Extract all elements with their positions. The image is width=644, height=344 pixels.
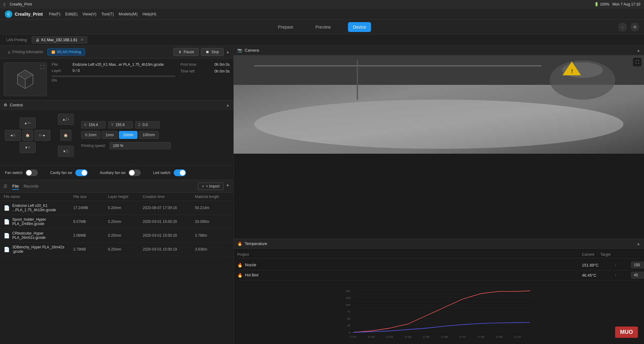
import-button[interactable]: + + Import (198, 183, 223, 190)
menu-file[interactable]: File(F) (49, 12, 61, 16)
nozzle-target-input[interactable] (631, 262, 644, 268)
tab-device[interactable]: Device (348, 22, 371, 32)
tab-close-btn[interactable]: ✕ (81, 38, 83, 42)
x-value: 154.4 (89, 123, 98, 127)
file-icon-3: 📄 (4, 247, 10, 252)
col-material-length: Material length (195, 195, 230, 199)
menu-models[interactable]: Models(M) (119, 12, 137, 16)
col-creation-time: Creation time (143, 195, 195, 199)
tab-printing-info[interactable]: 🖨 Printing Infomation (4, 49, 47, 55)
pause-button[interactable]: ⏸ Pause (173, 48, 199, 56)
time-left-row: Time left: 0h 0m 0s (180, 69, 230, 73)
mac-bar-left:  Creality_Print (4, 2, 32, 7)
menu-view[interactable]: View(V) (82, 12, 96, 16)
printing-collapse-btn[interactable]: ▲ (226, 50, 230, 54)
menu-tool[interactable]: Tool(T) (101, 12, 114, 16)
fan-switch-toggle[interactable] (26, 169, 38, 176)
movement-grid: ▲ Y+ ◄ X- 🏠 X+ ► (5, 114, 228, 157)
tab-preview[interactable]: Preview (310, 22, 336, 32)
time-left-value: 0h 0m 0s (215, 69, 230, 73)
left-panel: 🖨 Printing Infomation 📶 WLAN Printing ⏸ … (0, 45, 234, 344)
list-view-icon[interactable]: ☰ (4, 183, 7, 190)
menu-help[interactable]: Help(H) (142, 12, 156, 16)
progress-percent: 0% (52, 78, 176, 83)
camera-collapse-btn[interactable]: ▲ (637, 48, 640, 53)
led-toggle[interactable] (174, 169, 186, 176)
tab-file[interactable]: File (12, 183, 19, 190)
z-controls: ▲ Z+ 🏠 ▼ Z- (58, 114, 74, 157)
app-menu-bar: C Creality_Print File(F) Edit(E) View(V)… (0, 9, 644, 20)
svg-text:100: 100 (346, 303, 350, 306)
step-1mm-btn[interactable]: 1mm (102, 131, 118, 139)
tab-lan-printing[interactable]: LAN Printing (2, 37, 30, 43)
z-plus-btn[interactable]: ▲ Z+ (58, 114, 74, 125)
led-switch-group: Led switch (153, 169, 186, 176)
step-0-1mm-btn[interactable]: 0.1mm (81, 131, 101, 139)
speed-input[interactable] (109, 142, 171, 149)
x-plus-btn[interactable]: X+ ► (34, 130, 50, 141)
aux-fan-toggle[interactable] (128, 169, 141, 176)
temp-content: Project Current Target 🔥 Nozzle 151.89°C (234, 249, 644, 283)
file-collapse-btn[interactable]: ▲ (226, 183, 230, 190)
temp-header-left: 🔥 Temperature (237, 241, 267, 246)
y-plus-btn[interactable]: ▲ Y+ (20, 117, 36, 129)
file-layer-1: 0.20mm (108, 219, 143, 224)
file-created-3: 2020-03-01 15:00:19 (143, 247, 195, 251)
file-actions: + + Import ▲ (198, 183, 230, 190)
svg-text:!: ! (571, 68, 573, 74)
printer-icon: 🖨 (36, 38, 39, 42)
camera-title: Camera (245, 48, 259, 53)
temp-collapse-btn[interactable]: ▲ (637, 242, 640, 246)
file-row-2[interactable]: 📄 CRtestcube_Hyper PLA_26m51s.gcode 2.08… (0, 229, 233, 243)
cavity-fan-toggle[interactable] (75, 169, 88, 176)
tab-k1-max[interactable]: 🖨 K1 Max_192.168.1.61 ✕ (32, 36, 87, 44)
aux-fan-switch-group: Auxiliary fan sw (100, 169, 141, 176)
svg-text:17:03: 17:03 (386, 335, 393, 338)
col-file-name: File name (4, 195, 73, 199)
y-minus-btn[interactable]: ▼ Y- (20, 142, 36, 153)
file-row-0[interactable]: 📄 Endzone Left v20_K1 ...PLA_1.75_4h10m.… (0, 201, 233, 215)
camera-feed: ! ⛶ (234, 55, 644, 154)
tab-prepare[interactable]: Prepare (273, 22, 298, 32)
tab-records[interactable]: Records (24, 183, 38, 190)
step-buttons: 0.1mm 1mm 10mm 100mm (81, 131, 171, 139)
tab-k1-label: K1 Max_192.168.1.61 (41, 38, 77, 42)
print-controls: ⏸ Pause ⏹ Stop ▲ (173, 48, 230, 56)
svg-rect-10 (357, 60, 358, 100)
camera-expand-btn[interactable]: ⛶ (633, 58, 642, 66)
thumbnail-expand-btn[interactable]: ⛶ (40, 65, 45, 69)
z-minus-btn[interactable]: ▼ Z- (58, 146, 74, 157)
svg-text:17:09: 17:09 (496, 335, 503, 338)
menu-edit[interactable]: Edit(E) (65, 12, 78, 16)
file-header: ☰ File Records + + Import ▲ (0, 180, 233, 193)
nav-settings-btn[interactable]: ⚙ (630, 23, 639, 31)
coord-step-area: X: 154.4 Y: 155.6 Z: 0.0 (81, 121, 171, 149)
nav-download-btn[interactable]: ↓ (618, 23, 627, 31)
app-menu-left: C Creality_Print File(F) Edit(E) View(V)… (5, 10, 156, 18)
step-100mm-btn[interactable]: 100mm (139, 131, 159, 139)
hotbed-label: Hot Bed (245, 273, 258, 277)
tab-wlan-printing[interactable]: 📶 WLAN Printing (47, 48, 85, 56)
printing-tabs: 🖨 Printing Infomation 📶 WLAN Printing (4, 48, 85, 56)
x-minus-btn[interactable]: ◄ X- (5, 130, 21, 141)
z-coord-field: Z: 0.0 (135, 121, 160, 129)
hotbed-target-input[interactable] (631, 272, 644, 279)
file-name-2: 📄 CRtestcube_Hyper PLA_26m51s.gcode (4, 231, 73, 240)
step-10mm-btn[interactable]: 10mm (119, 131, 137, 139)
layer-value: 0 / 0 (73, 69, 80, 73)
control-collapse-btn[interactable]: ▲ (226, 103, 230, 107)
fan-switches-bar: Fan switch Cavity fan sw Auxiliary fan s… (0, 165, 233, 180)
model-preview (13, 67, 38, 92)
file-material-2: 3.788m (195, 233, 230, 238)
stop-button[interactable]: ⏹ Stop (201, 48, 223, 56)
file-row-1[interactable]: 📄 Spool_holder_Hyper PLA_1H49m.gcode 8.5… (0, 215, 233, 229)
app-name: Creality_Print (10, 2, 32, 6)
printer-small-icon: 🖨 (7, 50, 10, 54)
file-row-3[interactable]: 📄 3DBenchy_Hyper PLA_16m42s .gcode 2.79M… (0, 243, 233, 256)
nav-area: Prepare Preview Device ↓ ⚙ (0, 20, 644, 34)
y-coord-field: Y: 155.6 (108, 121, 133, 129)
stop-label: Stop (211, 50, 219, 54)
file-size-3: 2.79MB (73, 247, 108, 251)
home-xy-btn[interactable]: 🏠 (22, 130, 33, 141)
home-z-btn[interactable]: 🏠 (60, 130, 71, 141)
